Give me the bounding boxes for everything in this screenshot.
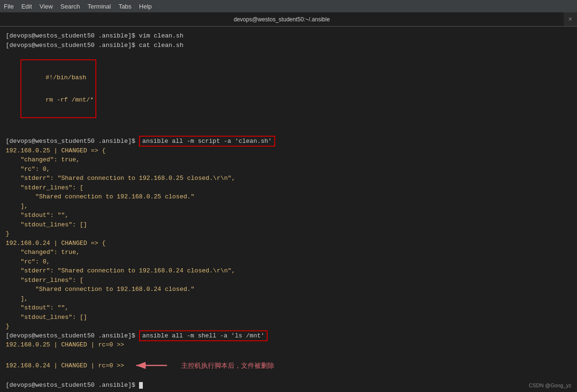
menu-help[interactable]: Help (139, 3, 152, 10)
tabbar: devops@westos_student50:~/.ansible × (0, 12, 577, 27)
menu-search[interactable]: Search (60, 3, 80, 10)
terminal-line: [devops@westos_student50 .ansible]$ ansi… (6, 137, 571, 146)
menu-terminal[interactable]: Terminal (88, 3, 111, 10)
active-tab[interactable]: devops@westos_student50:~/.ansible (0, 12, 564, 26)
terminal-line: 192.168.0.24 | CHANGED => { (6, 239, 571, 248)
terminal-line: } (6, 229, 571, 239)
menu-view[interactable]: View (39, 3, 53, 10)
tab-close-button[interactable]: × (564, 16, 577, 23)
terminal-content: [devops@westos_student50 .ansible]$ vim … (0, 27, 577, 392)
terminal-line: [devops@westos_student50 .ansible]$ (6, 381, 571, 390)
terminal-line: "stdout_lines": [] (6, 220, 571, 230)
terminal-line: "Shared connection to 192.168.0.24 close… (6, 285, 571, 294)
terminal-line: [devops@westos_student50 .ansible]$ vim … (6, 31, 571, 41)
terminal-line: "changed": true, (6, 248, 571, 257)
terminal-line: "stdout": "", (6, 303, 571, 313)
terminal-line: "rc": 0, (6, 257, 571, 267)
menubar: File Edit View Search Terminal Tabs Help (0, 0, 577, 12)
annotation-text: 主控机执行脚本后，文件被删除 (181, 361, 274, 371)
terminal-line: "changed": true, (6, 155, 571, 165)
terminal-line: "stdout_lines": [] (6, 313, 571, 322)
tab-title: devops@westos_student50:~/.ansible (233, 16, 330, 23)
terminal-line (6, 371, 571, 381)
cursor (139, 382, 143, 389)
menu-edit[interactable]: Edit (21, 3, 32, 10)
changed-line-25: 192.168.0.25 | CHANGED | rc=0 >> (6, 340, 571, 350)
terminal-line: 192.168.0.24 | CHANGED | rc=0 >> (6, 361, 124, 371)
terminal-line: [devops@westos_student50 .ansible]$ cat … (6, 41, 571, 50)
terminal-line: "stderr_lines": [ (6, 276, 571, 285)
terminal-line: #!/bin/bash rm -rf /mnt/* (6, 50, 571, 128)
terminal-line: [devops@westos_student50 .ansible]$ ansi… (6, 331, 571, 341)
csdn-badge: CSDN @Gong_yz (529, 383, 571, 388)
arrow-icon (134, 360, 172, 371)
terminal-line: "stdout": "", (6, 211, 571, 220)
changed-line-24: 192.168.0.24 | CHANGED | rc=0 >> 主控机执行脚本… (6, 360, 571, 371)
terminal-line: "Shared connection to 192.168.0.25 close… (6, 192, 571, 202)
terminal-line: "rc": 0, (6, 165, 571, 174)
terminal-line: ], (6, 294, 571, 304)
terminal-line: ], (6, 202, 571, 211)
terminal-line: "stderr": "Shared connection to 192.168.… (6, 266, 571, 276)
terminal-line (6, 350, 571, 359)
terminal-line: "stderr": "Shared connection to 192.168.… (6, 174, 571, 183)
terminal-line (6, 128, 571, 137)
menu-tabs[interactable]: Tabs (119, 3, 131, 10)
terminal-line: } (6, 322, 571, 331)
terminal-line: 192.168.0.25 | CHANGED => { (6, 146, 571, 156)
terminal-line: "stderr_lines": [ (6, 183, 571, 193)
menu-file[interactable]: File (4, 3, 14, 10)
terminal-line: 192.168.0.25 | CHANGED | rc=0 >> (6, 340, 124, 350)
